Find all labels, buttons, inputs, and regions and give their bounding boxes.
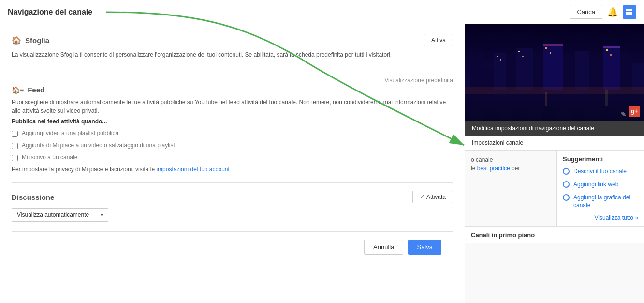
checkbox-playlist[interactable] [12, 131, 18, 137]
svg-rect-32 [545, 92, 547, 106]
canale-section: o canale le best practice per [465, 151, 557, 226]
checkbox-iscrivo[interactable] [12, 155, 18, 161]
tooltip-menu-item-2[interactable]: Impostazioni canale [465, 136, 644, 151]
main-container: 🏠 Sfoglia Attiva La visualizzazione Sfog… [0, 24, 644, 303]
google-plus-icon: g+ [629, 106, 640, 117]
checkbox-row-2: Aggiunta di Mi piace a un video o salvat… [12, 142, 453, 149]
canale-text: le [471, 165, 477, 172]
svg-rect-31 [465, 87, 644, 94]
svg-rect-17 [589, 59, 603, 90]
svg-rect-15 [563, 56, 575, 90]
sfoglia-desc: La visualizzazione Sfoglia ti consente d… [12, 50, 453, 59]
tooltip-menu-item-1[interactable]: Modifica impostazioni di navigazione del… [465, 121, 644, 136]
svg-rect-2 [629, 9, 632, 11]
divider-2 [12, 182, 453, 183]
checkbox-mipiace-label: Aggiunta di Mi piace a un video o salvat… [22, 142, 175, 149]
sfoglia-home-icon: 🏠 [12, 36, 21, 45]
feed-title-row: 🏠≡ Feed [12, 86, 453, 94]
sfoglia-title: Sfoglia [25, 36, 49, 45]
feed-predefinita-label: Visualizzazione predefinita [12, 77, 453, 84]
svg-rect-30 [603, 46, 620, 48]
sfoglia-title-row: 🏠 Sfoglia [12, 36, 49, 45]
sfoglia-header: 🏠 Sfoglia Attiva [12, 34, 453, 46]
canale-prefix: o canale [471, 156, 493, 163]
select-wrapper: Visualizza automaticamente Approva sempr… [12, 208, 108, 222]
feed-home-icon: 🏠≡ [12, 86, 24, 94]
right-lower: o canale le best practice per Suggerimen… [465, 151, 644, 226]
carica-button[interactable]: Carica [570, 5, 602, 19]
sugg-dot-0 [563, 168, 570, 175]
svg-rect-29 [543, 44, 563, 46]
sugg-dot-1 [563, 181, 570, 188]
svg-rect-16 [575, 51, 589, 90]
feed-desc: Puoi scegliere di mostrare automaticamen… [12, 98, 453, 115]
svg-rect-7 [470, 63, 480, 90]
svg-rect-10 [494, 53, 506, 90]
right-panel: g+ ✎ Modifica impostazioni di navigazion… [465, 24, 644, 303]
canali-primo-piano-section: Canali in primo piano [465, 226, 644, 243]
svg-rect-9 [480, 68, 494, 90]
svg-rect-13 [533, 58, 543, 90]
feed-section: Visualizzazione predefinita 🏠≡ Feed Puoi… [12, 77, 453, 173]
svg-rect-24 [522, 56, 524, 57]
best-practice-link[interactable]: best practice [477, 165, 510, 172]
sugg-item-1: Aggiungi link web [563, 181, 638, 189]
annulla-button[interactable]: Annulla [364, 240, 403, 255]
apps-icon[interactable] [623, 5, 636, 19]
discussione-section: Discussione ✓ Attivata Visualizza automa… [12, 191, 453, 222]
svg-rect-25 [545, 47, 547, 49]
page-title: Navigazione del canale [8, 8, 570, 16]
edit-pencil-icon[interactable]: ✎ [621, 110, 627, 118]
bell-icon[interactable]: 🔔 [607, 7, 618, 17]
sfoglia-attiva-button[interactable]: Attiva [424, 34, 453, 46]
pubblica-title: Pubblica nel feed attività quando... [12, 118, 453, 125]
sugg-dot-2 [563, 194, 570, 201]
svg-rect-8 [472, 58, 477, 65]
svg-rect-20 [632, 63, 644, 90]
sugg-item-0: Descrivi il tuo canale [563, 167, 638, 176]
svg-rect-23 [518, 51, 520, 52]
svg-rect-22 [500, 59, 501, 61]
discussione-title: Discussione [12, 193, 54, 201]
footer-buttons: Annulla Salva [12, 231, 453, 262]
privacy-link[interactable]: impostazioni del tuo account [156, 166, 229, 173]
svg-rect-3 [626, 12, 629, 15]
visualizza-tutto-link[interactable]: Visualizza tutto » [563, 214, 638, 221]
left-panel: 🏠 Sfoglia Attiva La visualizzazione Sfog… [0, 24, 465, 303]
sugg-text-0[interactable]: Descrivi il tuo canale [573, 167, 627, 176]
svg-rect-18 [603, 46, 620, 90]
suggerimenti-section: Suggerimenti Descrivi il tuo canale Aggi… [557, 151, 644, 226]
sfoglia-section: 🏠 Sfoglia Attiva La visualizzazione Sfog… [12, 34, 453, 59]
visualizza-select[interactable]: Visualizza automaticamente Approva sempr… [12, 208, 108, 222]
checkbox-mipiace[interactable] [12, 143, 18, 149]
channel-image: g+ ✎ [465, 24, 644, 121]
canale-text2: per [510, 165, 520, 172]
svg-rect-11 [506, 61, 516, 90]
svg-rect-26 [550, 52, 551, 54]
feed-title: Feed [28, 86, 44, 94]
canali-primo-piano-title: Canali in primo piano [471, 231, 535, 239]
svg-rect-19 [620, 57, 632, 90]
attivata-label: Attivata [426, 194, 446, 200]
sugg-item-2: Aggiungi la grafica del canale [563, 194, 638, 210]
svg-rect-1 [626, 9, 629, 11]
sugg-text-1[interactable]: Aggiungi link web [573, 181, 618, 189]
checkbox-row-3: Mi iscrivo a un canale [12, 154, 453, 161]
svg-rect-12 [516, 48, 533, 90]
privacy-prefix: Per impostare la privacy di Mi piace e I… [12, 166, 156, 173]
checkbox-row-1: Aggiungi video a una playlist pubblica [12, 130, 453, 137]
svg-rect-28 [610, 54, 612, 56]
top-bar: Navigazione del canale Carica 🔔 [0, 0, 644, 24]
svg-rect-4 [629, 12, 632, 15]
check-icon: ✓ [420, 194, 424, 200]
channel-art-svg [465, 24, 644, 121]
discussione-header: Discussione ✓ Attivata [12, 191, 453, 203]
salva-button[interactable]: Salva [408, 240, 441, 255]
discussione-attivata-button[interactable]: ✓ Attivata [412, 191, 453, 203]
checkbox-playlist-label: Aggiungi video a una playlist pubblica [22, 130, 118, 136]
top-bar-actions: Carica 🔔 [570, 5, 636, 19]
svg-rect-14 [543, 44, 563, 90]
sugg-text-2[interactable]: Aggiungi la grafica del canale [573, 194, 638, 210]
checkbox-iscrivo-label: Mi iscrivo a un canale [22, 154, 77, 161]
divider-1 [12, 69, 453, 69]
